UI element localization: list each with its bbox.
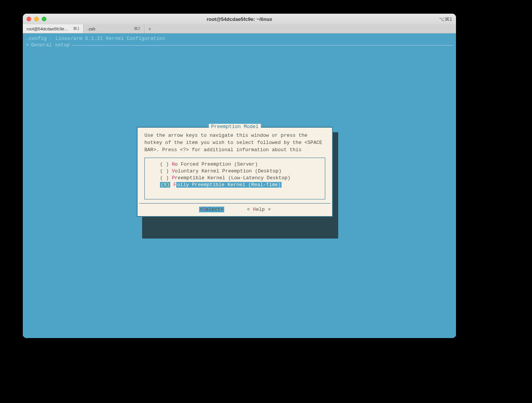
select-button[interactable]: <Select>: [199, 207, 224, 212]
help-button[interactable]: < Help >: [247, 207, 271, 212]
window-title: root@54dcdae5fc9e: ~/linux: [23, 16, 456, 22]
preemption-dialog: Preemption Model Use the arrow keys to n…: [137, 127, 333, 217]
terminal-window: root@54dcdae5fc9e: ~/linux ⌥⌘1 root@54dc…: [23, 14, 456, 338]
config-header: .config - Linux/arm 6.1.21 Kernel Config…: [26, 36, 453, 41]
option-no-forced-preemption[interactable]: ( ) No Forced Preemption (Server): [160, 161, 318, 168]
tab-shortcut: ⌘1: [73, 26, 79, 31]
add-tab-button[interactable]: +: [144, 24, 155, 33]
option-fully-preemptible-rt[interactable]: (X) Fully Preemptible Kernel (Real-Time): [160, 182, 318, 188]
tab-bar: root@54dcdae5fc9e… ⌘1 -zsh ⌘2 +: [23, 24, 456, 33]
breadcrumb-arrow: >: [26, 42, 29, 48]
titlebar: root@54dcdae5fc9e: ~/linux ⌥⌘1: [23, 14, 456, 24]
option-preemptible-kernel[interactable]: ( ) Preemptible Kernel (Low-Latency Desk…: [160, 175, 318, 182]
tab-label: root@54dcdae5fc9e…: [27, 27, 68, 31]
tab-shortcut: ⌘2: [134, 26, 140, 31]
dialog-buttons: <Select> < Help >: [138, 204, 332, 216]
dialog-title: Preemption Model: [209, 124, 261, 130]
dialog-options: ( ) No Forced Preemption (Server) ( ) Vo…: [144, 158, 325, 200]
breadcrumb: > General setup: [26, 42, 453, 48]
terminal-viewport[interactable]: .config - Linux/arm 6.1.21 Kernel Config…: [23, 33, 456, 338]
tab-1[interactable]: root@54dcdae5fc9e… ⌘1: [23, 24, 84, 33]
dialog-instructions: Use the arrow keys to navigate this wind…: [138, 128, 332, 158]
breadcrumb-rule: [72, 45, 453, 46]
tab-2[interactable]: -zsh ⌘2: [84, 24, 144, 33]
tab-label: -zsh: [87, 27, 95, 31]
breadcrumb-label: General setup: [31, 42, 70, 48]
option-voluntary-preemption[interactable]: ( ) Voluntary Kernel Preemption (Desktop…: [160, 168, 318, 175]
